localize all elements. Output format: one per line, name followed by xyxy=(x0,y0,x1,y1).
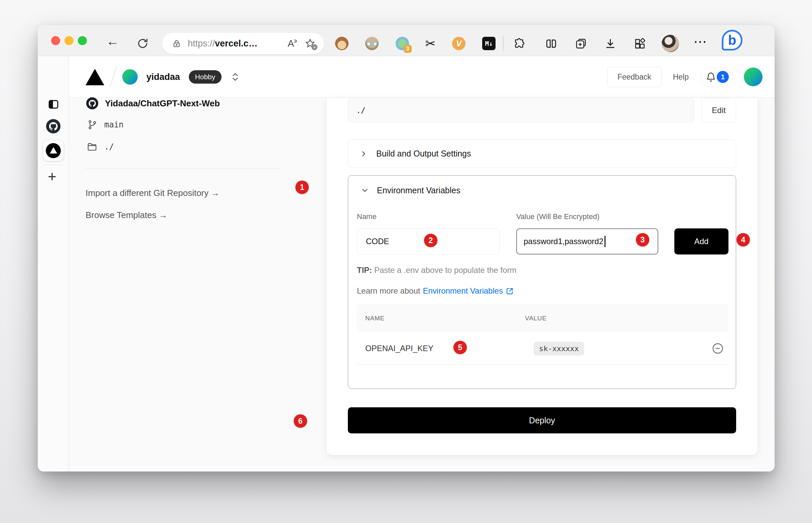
environment-variables-card: Environment Variables Name Value (Will B… xyxy=(348,175,736,389)
folder-icon xyxy=(87,142,98,152)
team-switcher-icon[interactable] xyxy=(230,71,240,83)
root-dir-row: ./ xyxy=(87,140,114,154)
header-scope-group: yidadaa Hobby xyxy=(86,56,240,98)
new-tab-button[interactable]: + xyxy=(48,168,56,185)
team-avatar[interactable] xyxy=(122,69,138,85)
maximize-window-button[interactable] xyxy=(78,36,87,45)
edit-button[interactable]: Edit xyxy=(701,98,736,122)
environment-variables-accordion[interactable]: Environment Variables xyxy=(361,183,460,198)
url-text: https://vercel.c… xyxy=(188,38,258,49)
bing-chat-icon[interactable]: b xyxy=(722,30,742,51)
annotation-marker-3: 3 xyxy=(636,233,649,247)
extensions-puzzle-icon[interactable] xyxy=(512,36,526,51)
back-button[interactable]: ← xyxy=(106,35,119,48)
chevron-down-icon xyxy=(361,186,369,194)
scissors-extension-icon[interactable]: ✂ xyxy=(423,36,438,51)
external-link-icon[interactable] xyxy=(506,287,514,295)
header-actions: Feedback Help 1 xyxy=(607,56,762,98)
root-path-input[interactable]: ./ xyxy=(348,98,694,122)
browser-profile-avatar[interactable] xyxy=(662,35,679,52)
annotation-marker-6: 6 xyxy=(294,414,307,428)
env-row-value: sk-xxxxxx xyxy=(534,342,584,356)
branch-name: main xyxy=(104,120,124,129)
row-divider xyxy=(357,364,728,365)
feedback-button[interactable]: Feedback xyxy=(607,67,662,87)
text-cursor xyxy=(604,236,605,247)
team-name[interactable]: yidadaa xyxy=(146,72,180,82)
deploy-button[interactable]: Deploy xyxy=(348,407,736,433)
repo-name: Yidadaa/ChatGPT-Next-Web xyxy=(105,98,220,109)
import-git-repo-link[interactable]: Import a different Git Repository → xyxy=(86,185,220,200)
vercel-logo-icon[interactable] xyxy=(86,69,104,85)
browse-templates-link[interactable]: Browse Templates → xyxy=(86,208,167,222)
workspaces-grid-icon[interactable] xyxy=(632,36,647,51)
sidebar-divider xyxy=(44,165,63,165)
vertical-tabs-sidebar: + xyxy=(38,56,69,471)
notification-badge: 1 xyxy=(717,71,729,83)
build-output-settings-accordion[interactable]: Build and Output Settings xyxy=(348,140,736,168)
env-table-header: NAME VALUE xyxy=(357,304,728,332)
github-icon xyxy=(86,97,98,109)
env-table-row: OPENAI_API_KEY sk-xxxxxx xyxy=(357,332,728,364)
column-header-name: NAME xyxy=(365,315,384,322)
breadcrumb-slash xyxy=(110,67,117,87)
more-menu-icon[interactable]: ⋯ xyxy=(693,34,707,49)
add-favorite-icon[interactable]: + xyxy=(305,38,316,49)
annotation-marker-2: 2 xyxy=(424,234,437,247)
monkey-extension-icon[interactable] xyxy=(335,36,349,51)
read-aloud-icon[interactable]: A xyxy=(288,38,298,49)
repo-row: Yidadaa/ChatGPT-Next-Web xyxy=(86,96,220,111)
vercel-header: yidadaa Hobby Feedback Help xyxy=(69,56,775,98)
vercel-tab-icon xyxy=(46,143,61,158)
bell-icon xyxy=(706,72,716,82)
face-extension-icon[interactable] xyxy=(364,36,379,51)
browser-window: ← https://vercel.c… A xyxy=(38,25,775,471)
plan-badge: Hobby xyxy=(189,70,222,84)
value-label: Value (Will Be Encrypted) xyxy=(516,212,600,221)
environment-variables-link[interactable]: Environment Variables xyxy=(423,286,503,295)
lock-icon xyxy=(172,39,181,48)
toolbar-divider xyxy=(503,36,504,51)
address-bar[interactable]: https://vercel.c… A + xyxy=(162,33,324,54)
split-screen-icon[interactable] xyxy=(544,36,559,51)
screenshot-stage: ← https://vercel.c… A xyxy=(0,0,812,523)
branch-row: main xyxy=(87,118,124,132)
learn-more-prefix: Learn more about xyxy=(357,286,420,295)
git-branch-icon xyxy=(87,120,98,130)
collections-icon[interactable] xyxy=(573,36,588,51)
refresh-button[interactable] xyxy=(135,36,150,51)
extension-badge: 3 xyxy=(404,45,412,53)
learn-more-line: Learn more about Environment Variables xyxy=(357,286,514,295)
v-extension-icon[interactable]: V xyxy=(451,36,466,51)
tab-vercel-active[interactable] xyxy=(43,141,63,161)
annotation-marker-5: 5 xyxy=(453,341,467,354)
env-row-name: OPENAI_API_KEY xyxy=(365,344,433,353)
close-window-button[interactable] xyxy=(51,36,60,45)
environment-variables-title: Environment Variables xyxy=(377,185,460,195)
circle-extension-icon[interactable]: 3 xyxy=(395,36,410,51)
markdown-extension-icon[interactable]: M↓ xyxy=(481,36,496,51)
help-link[interactable]: Help xyxy=(673,73,689,82)
env-value-text: password1,password2 xyxy=(524,237,604,246)
chevron-right-icon xyxy=(360,150,367,158)
column-header-value: VALUE xyxy=(525,315,547,322)
remove-variable-icon[interactable] xyxy=(712,342,724,355)
annotation-marker-1: 1 xyxy=(296,181,309,194)
annotation-marker-4: 4 xyxy=(736,233,750,247)
minimize-window-button[interactable] xyxy=(64,36,74,45)
add-button[interactable]: Add xyxy=(674,229,729,254)
tab-panel-icon[interactable] xyxy=(48,98,59,110)
build-output-settings-label: Build and Output Settings xyxy=(376,149,471,159)
name-label: Name xyxy=(357,212,377,221)
tip-text: TIP: Paste a .env above to populate the … xyxy=(357,266,516,275)
root-directory: ./ xyxy=(104,142,114,151)
panel-divider xyxy=(86,168,280,169)
tab-github[interactable] xyxy=(46,119,60,133)
user-avatar[interactable] xyxy=(744,68,762,86)
downloads-icon[interactable] xyxy=(603,36,618,51)
notifications-button[interactable]: 1 xyxy=(700,67,733,87)
configure-project-card: ./ Edit Build and Output Settings Enviro… xyxy=(326,98,757,455)
browser-toolbar: ← https://vercel.c… A xyxy=(38,25,775,56)
